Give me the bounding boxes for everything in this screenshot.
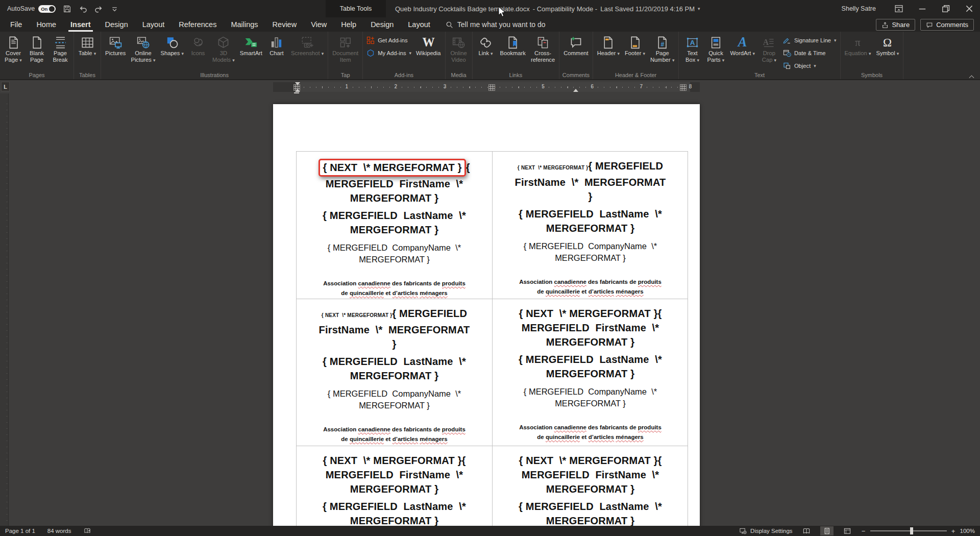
zoom-level[interactable]: 100% bbox=[960, 528, 975, 534]
document-page[interactable]: { NEXT \* MERGEFORMAT }{MERGEFIELD First… bbox=[273, 104, 700, 526]
title-dropdown-icon[interactable]: ▾ bbox=[698, 7, 700, 11]
page-indicator[interactable]: Page 1 of 1 bbox=[5, 528, 35, 534]
text-box-button[interactable]: ATextBox ▾ bbox=[680, 33, 704, 71]
vertical-ruler[interactable] bbox=[0, 93, 9, 526]
footer-button[interactable]: Footer ▾ bbox=[622, 33, 648, 71]
pictures-button[interactable]: Pictures bbox=[103, 33, 128, 71]
tab-help[interactable]: Help bbox=[334, 17, 363, 32]
collapse-ribbon-icon[interactable] bbox=[970, 75, 975, 80]
my-addins-button[interactable]: My Add-ins ▾ bbox=[366, 48, 411, 58]
badge-cell-4[interactable]: { NEXT \* MERGEFORMAT }{MERGEFIELD First… bbox=[493, 299, 688, 446]
table-column-marker-icon[interactable] bbox=[680, 84, 687, 90]
read-mode-button[interactable] bbox=[800, 526, 813, 535]
badge-cell-6[interactable]: { NEXT \* MERGEFORMAT }{MERGEFIELD First… bbox=[493, 446, 688, 526]
cross-reference-button[interactable]: Cross-reference bbox=[528, 33, 557, 71]
word-count[interactable]: 84 words bbox=[47, 528, 71, 534]
signature-line-button[interactable]: Signature Line ▾ bbox=[783, 35, 837, 45]
ribbon-group-label: Header & Footer bbox=[593, 72, 679, 78]
tab-design[interactable]: Design bbox=[98, 17, 135, 32]
smartart-button[interactable]: SmartArt bbox=[237, 33, 265, 71]
zoom-slider-thumb[interactable] bbox=[910, 527, 913, 534]
page-number-button[interactable]: #PageNumber ▾ bbox=[648, 33, 677, 71]
quick-parts-button[interactable]: QuickParts ▾ bbox=[704, 33, 727, 71]
minimize-icon[interactable] bbox=[917, 4, 928, 14]
date-time-icon bbox=[783, 49, 791, 57]
print-layout-button[interactable] bbox=[820, 526, 834, 535]
badge-table[interactable]: { NEXT \* MERGEFORMAT }{MERGEFIELD First… bbox=[296, 151, 688, 526]
document-title-text: Queb Industry Cocktails Badge template.d… bbox=[395, 5, 530, 13]
customize-quick-access-icon[interactable] bbox=[110, 5, 119, 13]
badge-cell-5[interactable]: { NEXT \* MERGEFORMAT }{MERGEFIELD First… bbox=[297, 446, 493, 526]
zoom-in-button[interactable]: + bbox=[951, 527, 956, 535]
wordart-button[interactable]: AWordArt ▾ bbox=[727, 33, 757, 71]
misspelled-word: quincaillerie bbox=[546, 434, 580, 440]
display-settings-button[interactable]: Display Settings bbox=[739, 527, 792, 535]
ribbon-group-label: Symbols bbox=[841, 72, 903, 78]
zoom-slider[interactable] bbox=[870, 530, 947, 531]
tab-layout[interactable]: Layout bbox=[135, 17, 172, 32]
tab-insert[interactable]: Insert bbox=[63, 17, 98, 32]
tab-layout-contextual[interactable]: Layout bbox=[401, 17, 437, 32]
wikipedia-button[interactable]: WWikipedia bbox=[413, 33, 444, 71]
misspelled-word: ménagers bbox=[420, 290, 447, 296]
online-pictures-button[interactable]: OnlinePictures ▾ bbox=[128, 33, 158, 71]
chevron-down-icon: ▾ bbox=[153, 58, 156, 63]
close-icon[interactable] bbox=[964, 4, 975, 14]
signature-line-icon bbox=[783, 36, 791, 44]
tab-view[interactable]: View bbox=[304, 17, 334, 32]
tab-file[interactable]: File bbox=[3, 17, 29, 32]
tab-stop-selector[interactable]: L bbox=[1, 82, 10, 91]
shapes-button[interactable]: Shapes ▾ bbox=[158, 33, 186, 71]
ribbon-display-options-icon[interactable] bbox=[893, 4, 904, 14]
indent-marker[interactable] bbox=[295, 89, 300, 92]
object-button[interactable]: Object ▾ bbox=[783, 61, 837, 71]
date-time-button[interactable]: Date & Time bbox=[783, 48, 837, 58]
indent-marker[interactable] bbox=[573, 89, 578, 92]
tab-home[interactable]: Home bbox=[29, 17, 63, 32]
badge-cell-2[interactable]: { NEXT \* MERGEFORMAT }{ MERGEFIELDFirst… bbox=[493, 152, 688, 299]
icons-button: Icons bbox=[186, 33, 210, 71]
restore-icon[interactable] bbox=[940, 4, 951, 14]
badge-cell-1[interactable]: { NEXT \* MERGEFORMAT }{MERGEFIELD First… bbox=[297, 152, 493, 299]
contextual-tab-group: Table Tools bbox=[326, 0, 386, 17]
save-icon[interactable] bbox=[63, 5, 71, 13]
comments-button[interactable]: Comments bbox=[920, 19, 974, 31]
tab-review[interactable]: Review bbox=[265, 17, 304, 32]
ribbon-group-illustrations: PicturesOnlinePictures ▾Shapes ▾Icons3DM… bbox=[101, 32, 328, 79]
share-button[interactable]: Share bbox=[876, 19, 915, 31]
redo-icon[interactable] bbox=[94, 5, 103, 13]
header-button[interactable]: Header ▾ bbox=[595, 33, 622, 71]
blank-page-button[interactable]: BlankPage bbox=[25, 33, 48, 71]
undo-icon[interactable] bbox=[79, 5, 87, 13]
misspelled-word: ménagers bbox=[616, 434, 643, 440]
my-addins-icon bbox=[366, 49, 375, 57]
link-button[interactable]: Link ▾ bbox=[474, 33, 498, 71]
table-column-marker-icon[interactable] bbox=[488, 84, 495, 90]
merge-field-line: { NEXT \* MERGEFORMAT }{ bbox=[304, 453, 484, 468]
zoom-out-button[interactable]: − bbox=[861, 527, 866, 535]
first-line-indent-marker[interactable] bbox=[295, 82, 300, 85]
autosave-toggle[interactable]: AutoSave On bbox=[7, 5, 56, 13]
link-icon bbox=[478, 35, 493, 50]
web-layout-button[interactable] bbox=[841, 526, 854, 535]
table-button[interactable]: Table ▾ bbox=[76, 33, 99, 71]
tab-references[interactable]: References bbox=[172, 17, 224, 32]
tell-me-box[interactable]: Tell me what you want to do bbox=[446, 17, 546, 32]
web-layout-icon bbox=[843, 527, 851, 535]
autosave-knob bbox=[49, 6, 55, 12]
tab-mailings[interactable]: Mailings bbox=[224, 17, 265, 32]
chart-button[interactable]: Chart bbox=[265, 33, 288, 71]
merge-field-line: FirstName \* MERGEFORMAT bbox=[304, 323, 484, 337]
page-break-button[interactable]: PageBreak bbox=[48, 33, 72, 71]
user-name[interactable]: Shelly Satre bbox=[842, 5, 876, 12]
bookmark-button[interactable]: Bookmark bbox=[498, 33, 528, 71]
autosave-switch[interactable]: On bbox=[38, 5, 56, 13]
get-addins-button[interactable]: Get Add-ins bbox=[366, 35, 411, 45]
comment-button[interactable]: Comment bbox=[561, 33, 591, 71]
tab-design-contextual[interactable]: Design bbox=[363, 17, 401, 32]
symbol-button[interactable]: ΩSymbol ▾ bbox=[873, 33, 901, 71]
horizontal-ruler[interactable]: 12345678 bbox=[273, 82, 700, 92]
badge-cell-3[interactable]: { NEXT \* MERGEFORMAT }{ MERGEFIELDFirst… bbox=[297, 299, 493, 446]
cover-page-button[interactable]: CoverPage ▾ bbox=[2, 33, 25, 71]
proofing-errors-icon[interactable] bbox=[84, 527, 92, 535]
